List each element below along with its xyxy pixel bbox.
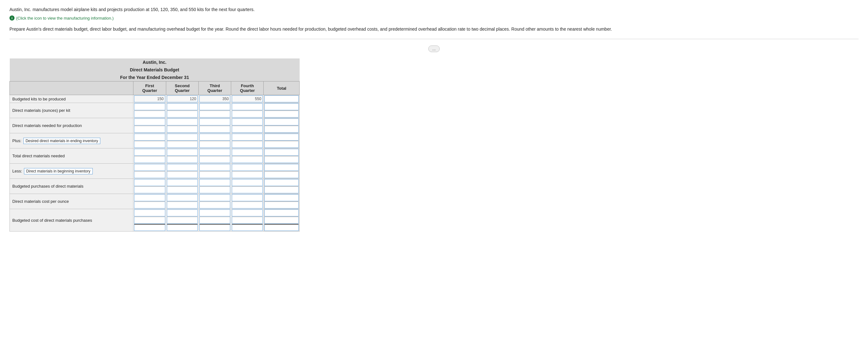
cell-beginning-inventory-col1[interactable] <box>166 164 198 179</box>
input-cost-per-ounce-col3-line1[interactable] <box>232 201 263 208</box>
input-cost-per-ounce-col4-line1[interactable] <box>264 201 299 208</box>
cell-total-direct-materials-col4[interactable] <box>264 148 300 164</box>
input-budgeted-cost-col1-line0[interactable] <box>167 209 198 216</box>
input-cost-per-ounce-col2-line1[interactable] <box>199 201 230 208</box>
input-cost-per-ounce-col1-line1[interactable] <box>167 201 198 208</box>
input-beginning-inventory-col4-line1[interactable] <box>264 171 299 178</box>
input-desired-ending-inventory-col3-line0[interactable] <box>232 134 263 141</box>
input-cost-per-ounce-col4-line0[interactable] <box>264 194 299 201</box>
input-direct-materials-needed-col4-line1[interactable] <box>264 126 299 133</box>
input-desired-ending-inventory-col2-line1[interactable] <box>199 141 230 148</box>
cell-budgeted-purchases-col2[interactable] <box>198 179 231 194</box>
input-direct-materials-per-kit-col2-line1[interactable] <box>199 111 230 117</box>
input-budgeted-cost-col1-line1[interactable] <box>167 217 198 224</box>
input-direct-materials-per-kit-col0-line0[interactable] <box>134 103 165 110</box>
input-total-direct-materials-col0-line0[interactable] <box>134 149 165 156</box>
input-direct-materials-per-kit-col0-line1[interactable] <box>134 111 165 117</box>
input-cost-per-ounce-col0-line1[interactable] <box>134 201 165 208</box>
cell-direct-materials-per-kit-col1[interactable] <box>166 103 198 118</box>
input-total-direct-materials-col4-line0[interactable] <box>264 149 299 156</box>
input-beginning-inventory-col3-line0[interactable] <box>232 164 263 171</box>
input-desired-ending-inventory-col3-line1[interactable] <box>232 141 263 148</box>
input-budgeted-cost-col4-line2[interactable] <box>264 224 299 231</box>
input-budgeted-cost-col3-line1[interactable] <box>232 217 263 224</box>
cell-cost-per-ounce-col1[interactable] <box>166 194 198 209</box>
cell-total-direct-materials-col1[interactable] <box>166 148 198 164</box>
input-beginning-inventory-col0-line1[interactable] <box>134 171 165 178</box>
cell-budgeted-cost-col0[interactable] <box>133 209 166 231</box>
cell-desired-ending-inventory-col3[interactable] <box>231 133 264 148</box>
input-direct-materials-per-kit-col1-line0[interactable] <box>167 103 198 110</box>
ellipsis-button[interactable]: ... <box>428 46 440 52</box>
cell-budgeted-kits-col3[interactable] <box>231 95 264 103</box>
input-cost-per-ounce-col0-line0[interactable] <box>134 194 165 201</box>
input-budgeted-kits-col0[interactable] <box>134 95 165 102</box>
input-total-direct-materials-col4-line1[interactable] <box>264 156 299 163</box>
input-beginning-inventory-col4-line0[interactable] <box>264 164 299 171</box>
input-beginning-inventory-col2-line0[interactable] <box>199 164 230 171</box>
input-desired-ending-inventory-col0-line1[interactable] <box>134 141 165 148</box>
cell-cost-per-ounce-col3[interactable] <box>231 194 264 209</box>
input-budgeted-cost-col4-line0[interactable] <box>264 209 299 216</box>
input-total-direct-materials-col3-line1[interactable] <box>232 156 263 163</box>
input-direct-materials-needed-col3-line1[interactable] <box>232 126 263 133</box>
input-direct-materials-per-kit-col1-line1[interactable] <box>167 111 198 117</box>
cell-direct-materials-per-kit-col3[interactable] <box>231 103 264 118</box>
cell-desired-ending-inventory-col2[interactable] <box>198 133 231 148</box>
input-budgeted-cost-col3-line2[interactable] <box>232 224 263 231</box>
input-beginning-inventory-col2-line1[interactable] <box>199 171 230 178</box>
input-budgeted-purchases-col3-line0[interactable] <box>232 179 263 186</box>
cell-direct-materials-needed-col0[interactable] <box>133 118 166 133</box>
input-desired-ending-inventory-col4-line0[interactable] <box>264 134 299 141</box>
input-budgeted-purchases-col2-line0[interactable] <box>199 179 230 186</box>
cell-budgeted-kits-col1[interactable] <box>166 95 198 103</box>
input-budgeted-purchases-col1-line0[interactable] <box>167 179 198 186</box>
input-direct-materials-needed-col0-line1[interactable] <box>134 126 165 133</box>
input-budgeted-kits-col4[interactable] <box>264 95 299 102</box>
input-direct-materials-per-kit-col2-line0[interactable] <box>199 103 230 110</box>
input-budgeted-purchases-col2-line1[interactable] <box>199 187 230 193</box>
input-direct-materials-needed-col1-line1[interactable] <box>167 126 198 133</box>
input-budgeted-purchases-col0-line0[interactable] <box>134 179 165 186</box>
input-budgeted-kits-col1[interactable] <box>167 95 198 102</box>
input-cost-per-ounce-col1-line0[interactable] <box>167 194 198 201</box>
input-direct-materials-per-kit-col3-line0[interactable] <box>232 103 263 110</box>
input-budgeted-purchases-col4-line0[interactable] <box>264 179 299 186</box>
input-desired-ending-inventory-col0-line0[interactable] <box>134 134 165 141</box>
info-link-text[interactable]: (Click the icon to view the manufacturin… <box>16 16 114 21</box>
input-budgeted-cost-col3-line0[interactable] <box>232 209 263 216</box>
cell-budgeted-kits-col4[interactable] <box>264 95 300 103</box>
cell-direct-materials-needed-col3[interactable] <box>231 118 264 133</box>
input-direct-materials-needed-col3-line0[interactable] <box>232 118 263 125</box>
input-total-direct-materials-col2-line0[interactable] <box>199 149 230 156</box>
input-beginning-inventory-col1-line1[interactable] <box>167 171 198 178</box>
input-budgeted-purchases-col0-line1[interactable] <box>134 187 165 193</box>
input-budgeted-cost-col0-line1[interactable] <box>134 217 165 224</box>
input-budgeted-cost-col0-line0[interactable] <box>134 209 165 216</box>
input-desired-ending-inventory-col1-line0[interactable] <box>167 134 198 141</box>
input-desired-ending-inventory-col2-line0[interactable] <box>199 134 230 141</box>
input-total-direct-materials-col2-line1[interactable] <box>199 156 230 163</box>
cell-budgeted-purchases-col4[interactable] <box>264 179 300 194</box>
cell-budgeted-cost-col2[interactable] <box>198 209 231 231</box>
input-total-direct-materials-col0-line1[interactable] <box>134 156 165 163</box>
input-budgeted-purchases-col1-line1[interactable] <box>167 187 198 193</box>
input-direct-materials-needed-col2-line1[interactable] <box>199 126 230 133</box>
input-desired-ending-inventory-col1-line1[interactable] <box>167 141 198 148</box>
cell-beginning-inventory-col2[interactable] <box>198 164 231 179</box>
cell-cost-per-ounce-col4[interactable] <box>264 194 300 209</box>
cell-direct-materials-per-kit-col0[interactable] <box>133 103 166 118</box>
cell-beginning-inventory-col4[interactable] <box>264 164 300 179</box>
input-direct-materials-needed-col2-line0[interactable] <box>199 118 230 125</box>
info-link[interactable]: i (Click the icon to view the manufactur… <box>9 16 859 21</box>
input-budgeted-kits-col3[interactable] <box>232 95 263 102</box>
input-direct-materials-per-kit-col4-line0[interactable] <box>264 103 299 110</box>
input-budgeted-cost-col1-line2[interactable] <box>167 224 198 231</box>
cell-budgeted-purchases-col0[interactable] <box>133 179 166 194</box>
cell-beginning-inventory-col3[interactable] <box>231 164 264 179</box>
input-cost-per-ounce-col2-line0[interactable] <box>199 194 230 201</box>
input-total-direct-materials-col1-line1[interactable] <box>167 156 198 163</box>
cell-budgeted-kits-col0[interactable] <box>133 95 166 103</box>
cell-desired-ending-inventory-col1[interactable] <box>166 133 198 148</box>
cell-direct-materials-per-kit-col4[interactable] <box>264 103 300 118</box>
